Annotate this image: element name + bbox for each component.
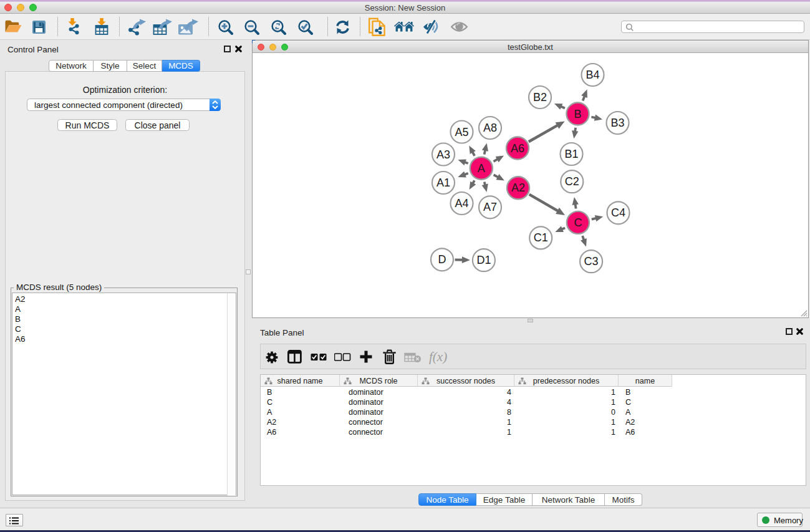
svg-text:B4: B4 [586, 69, 599, 81]
svg-text:B: B [574, 108, 581, 120]
svg-text:D: D [438, 253, 446, 266]
svg-text:A2: A2 [511, 181, 525, 194]
svg-text:B3: B3 [610, 117, 624, 129]
svg-text:B1: B1 [564, 148, 578, 160]
svg-text:A1: A1 [436, 177, 450, 189]
svg-text:C: C [574, 216, 582, 229]
svg-text:B2: B2 [533, 91, 547, 104]
svg-text:A4: A4 [455, 197, 468, 210]
svg-text:A7: A7 [483, 201, 497, 213]
svg-text:C1: C1 [534, 231, 548, 244]
svg-text:D1: D1 [476, 254, 491, 266]
svg-text:C3: C3 [584, 255, 599, 268]
svg-text:A8: A8 [483, 122, 497, 134]
svg-text:C4: C4 [611, 206, 625, 219]
svg-text:A: A [478, 162, 485, 175]
svg-text:A6: A6 [511, 142, 524, 155]
svg-text:C2: C2 [565, 175, 579, 188]
svg-text:A3: A3 [436, 148, 450, 161]
svg-text:A5: A5 [455, 126, 468, 138]
